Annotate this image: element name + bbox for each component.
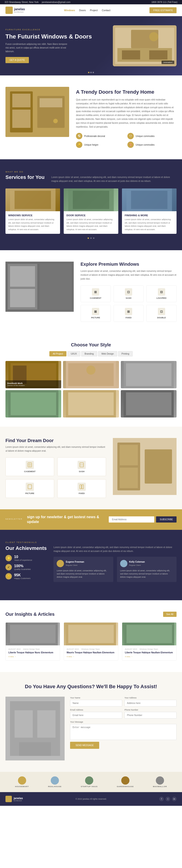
article-author-3: Windows Design Team bbox=[140, 648, 158, 650]
svg-rect-16 bbox=[14, 191, 51, 209]
svg-point-14 bbox=[53, 119, 58, 123]
door-type-casement[interactable]: CASEMENT bbox=[5, 457, 54, 476]
form-group-phone: Phone Number bbox=[124, 709, 177, 718]
footer-logo-text-block: janelas architecture bbox=[14, 797, 23, 802]
nav-link-windows[interactable]: Windows bbox=[64, 9, 75, 11]
article-date-2: AUGUST 2019 bbox=[67, 648, 79, 650]
nav-link-contact[interactable]: Contact bbox=[102, 9, 110, 11]
services-dot-2[interactable] bbox=[90, 238, 92, 239]
article-card-3: AUGUST 2019 · Windows Design Team Libert… bbox=[122, 622, 177, 661]
svg-rect-11 bbox=[12, 110, 31, 128]
services-dot-3[interactable] bbox=[93, 238, 95, 239]
svg-rect-47 bbox=[80, 485, 81, 489]
hero-cta-button[interactable]: GET A QUOTE bbox=[5, 57, 29, 63]
door-type-sash[interactable]: SASH bbox=[57, 457, 106, 476]
footer-linkedin-icon[interactable]: in bbox=[172, 797, 177, 801]
article-title-3: Liberte Tesque Habique Naullam Elementum bbox=[125, 651, 174, 654]
services-dot-1[interactable] bbox=[87, 238, 89, 239]
contact-submit-button[interactable]: SEND MESSAGE bbox=[70, 742, 99, 749]
customers-icon: 😊 bbox=[5, 573, 12, 580]
housemart-icon bbox=[18, 776, 26, 784]
footer-copyright: © 2022 janelas All rights reserved. bbox=[76, 798, 107, 800]
name-input[interactable] bbox=[70, 700, 122, 707]
door-type-fixed[interactable]: FIXED bbox=[57, 479, 106, 498]
stat-customers-num: 95K bbox=[14, 573, 31, 577]
address-input[interactable] bbox=[124, 700, 177, 707]
logo-name: janelas bbox=[14, 7, 25, 11]
footer-twitter-icon[interactable]: t bbox=[166, 797, 170, 801]
email-input[interactable] bbox=[70, 712, 122, 718]
filter-webdesign[interactable]: Web Design bbox=[98, 351, 117, 356]
svg-rect-52 bbox=[120, 445, 138, 465]
hero-dot-1[interactable] bbox=[88, 72, 89, 73]
articles-title: Our Insights & Articles bbox=[5, 612, 54, 617]
maxwallor-name: MAXWALLOR bbox=[153, 785, 167, 787]
startuphaus-icon bbox=[85, 776, 93, 784]
svg-rect-54 bbox=[145, 450, 172, 484]
gallery-bg-4 bbox=[5, 390, 61, 417]
article-read-3[interactable]: 4 mins → bbox=[125, 656, 174, 658]
article-read-1[interactable]: 4 mins → bbox=[8, 656, 57, 658]
newsletter-email-input[interactable] bbox=[109, 516, 154, 523]
filter-branding[interactable]: Branding bbox=[81, 351, 97, 356]
realhouse-icon bbox=[51, 776, 59, 784]
window-type-casement[interactable]: ⊞ CASEMENT bbox=[80, 285, 111, 302]
window-type-sash[interactable]: ⊡ SASH bbox=[113, 285, 144, 302]
address-label: Your Address bbox=[124, 696, 177, 699]
feature-icon-4: 🎨 bbox=[128, 142, 134, 148]
picture-icon: ⊠ bbox=[92, 308, 99, 315]
brand-maxwallor: MAXWALLOR bbox=[153, 776, 167, 787]
avatar-role-2: Regular Client bbox=[129, 564, 145, 567]
svg-rect-13 bbox=[40, 98, 62, 107]
phone-input[interactable] bbox=[124, 712, 177, 718]
trendy-desc: Quis autem vel eum iure reprehenderit qu… bbox=[76, 98, 177, 129]
window-type-fixed[interactable]: ⊞ FIXED bbox=[113, 305, 144, 322]
double-icon: ⊡ bbox=[158, 308, 165, 315]
svg-rect-34 bbox=[126, 363, 171, 386]
feature-icon-2: 🛡 bbox=[128, 133, 134, 139]
nav-link-doors[interactable]: Doors bbox=[79, 9, 86, 11]
hero-dot-3[interactable] bbox=[93, 72, 94, 73]
gallery-overlay-1: Doorknob Work Interior of the modern bbox=[5, 380, 61, 388]
nav-link-project[interactable]: Project bbox=[90, 9, 98, 11]
hero-image-placeholder bbox=[113, 25, 177, 66]
achievements-right: Lorem ipsum dolor sit amet, consectetur … bbox=[53, 545, 177, 582]
hero-image: minimalism bbox=[113, 25, 177, 66]
window-type-louvred[interactable]: ⊟ LOUVRED bbox=[146, 285, 177, 302]
door-picture-icon bbox=[26, 483, 34, 491]
stat-experience: ⭐ 10 Years of experience bbox=[5, 555, 47, 561]
footer-facebook-icon[interactable]: f bbox=[159, 797, 164, 801]
filter-all[interactable]: All Project bbox=[49, 351, 66, 356]
newsletter-subscribe-button[interactable]: SUBSCRIBE bbox=[156, 516, 177, 523]
nav-cta-button[interactable]: FREE ESTIMATE bbox=[149, 7, 177, 13]
services-title-block: WHAT WE DO Services for You bbox=[5, 171, 45, 183]
filter-printing[interactable]: Printing bbox=[118, 351, 133, 356]
article-read-2[interactable]: 4 mins → bbox=[67, 656, 115, 658]
svg-rect-48 bbox=[82, 485, 83, 489]
see-all-button[interactable]: See All bbox=[163, 612, 177, 617]
services-header: WHAT WE DO Services for You Lorem ipsum … bbox=[5, 171, 177, 183]
achievements-intro: Lorem ipsum dolor sit amet, consectetur … bbox=[53, 545, 177, 553]
article-meta-3: AUGUST 2019 · Windows Design Team bbox=[125, 648, 174, 650]
feature-icon-1: 🏗 bbox=[76, 133, 82, 139]
article-author-1: Interior Design Team bbox=[23, 648, 40, 650]
window-type-double[interactable]: ⊡ DOUBLE bbox=[146, 305, 177, 322]
svg-rect-36 bbox=[11, 393, 56, 415]
explore-image-svg bbox=[5, 261, 74, 312]
door-type-picture[interactable]: PICTURE bbox=[5, 479, 54, 498]
hero-dot-2[interactable] bbox=[90, 72, 92, 73]
svg-rect-6 bbox=[149, 50, 168, 60]
message-textarea[interactable] bbox=[70, 724, 177, 740]
stat-customers: 😊 95K Happy Customers bbox=[5, 573, 47, 580]
gallery-bg-2 bbox=[63, 361, 119, 388]
services-tag: WHAT WE DO bbox=[5, 171, 45, 173]
testimonial-avatar-1: Eugene Freeman Regular Client bbox=[57, 560, 110, 567]
dream-title: Find Your Dream Door bbox=[5, 438, 106, 443]
window-type-picture[interactable]: ⊠ PICTURE bbox=[80, 305, 111, 322]
footer-logo-text: janelas bbox=[14, 797, 23, 800]
footer-logo: janelas architecture bbox=[5, 796, 23, 802]
footer-logo-sub: architecture bbox=[14, 800, 23, 802]
filter-uiux[interactable]: UI/UX bbox=[67, 351, 80, 356]
name-label: Your Name bbox=[70, 696, 122, 699]
avatar-name-2: Kelly Coleman bbox=[129, 560, 145, 564]
